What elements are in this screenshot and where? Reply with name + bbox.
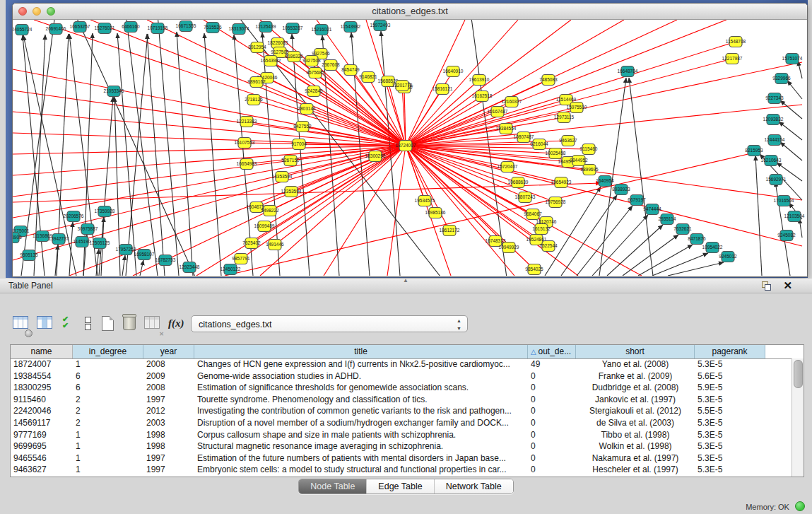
table-cell[interactable]: Dudbridge et al. (2008) [576, 382, 695, 394]
table-body[interactable]: 1872400712008Changes of HCN gene express… [11, 358, 792, 477]
delete-table-icon[interactable]: ✕ [144, 316, 161, 334]
table-header-row[interactable]: namein_degreeyeartitle△ out_de...shortpa… [11, 345, 804, 359]
table-cell[interactable]: 1 [73, 464, 143, 476]
table-cell[interactable]: 6 [73, 382, 143, 394]
table-cell[interactable]: 2008 [143, 382, 194, 394]
table-row[interactable]: 1456911722003Disruption of a novel membe… [11, 417, 792, 429]
table-cell[interactable]: 5.3E-5 [695, 358, 765, 370]
table-cell[interactable]: 0 [528, 464, 576, 476]
table-cell[interactable]: Structural magnetic resonance image aver… [194, 440, 528, 452]
table-row[interactable]: 1830029562008Estimation of significance … [11, 382, 792, 394]
citation-network-graph[interactable]: 2405572420691406106532571527602164661601… [13, 20, 806, 276]
table-cell[interactable]: 19384554 [11, 370, 73, 382]
table-cell[interactable]: 1997 [143, 452, 194, 465]
table-cell[interactable]: Estimation of the future numbers of pati… [194, 452, 528, 465]
table-cell[interactable]: Corpus callosum shape and size in male p… [194, 429, 528, 441]
table-cell[interactable]: Disruption of a novel member of a sodium… [194, 417, 528, 429]
table-cell[interactable]: 1997 [143, 394, 194, 406]
table-panel-header[interactable]: ▲ Table Panel ✕ [0, 279, 812, 293]
row-height-icon[interactable] [85, 316, 102, 334]
table-cell[interactable]: Yano et al. (2008) [576, 358, 695, 370]
float-panel-icon[interactable] [762, 281, 771, 290]
table-cell[interactable]: 2012 [143, 405, 194, 417]
table-row[interactable]: 1938455462009Genome-wide association stu… [11, 370, 792, 382]
table-row[interactable]: 911546021997Tourette syndrome. Phenomeno… [11, 394, 792, 406]
table-cell[interactable]: 0 [528, 417, 576, 429]
table-selector-dropdown[interactable]: citations_edges.txt ▲▼ [191, 315, 468, 332]
table-cell[interactable]: 9465546 [11, 452, 73, 465]
column-header-short[interactable]: short [576, 345, 695, 358]
table-cell[interactable]: Embryonic stem cells: a model to study s… [194, 464, 528, 476]
table-cell[interactable]: 9699695 [11, 440, 73, 452]
tab-edge-table[interactable]: Edge Table [367, 479, 434, 493]
column-header-name[interactable]: name [11, 345, 73, 358]
table-cell[interactable]: Jankovic et al. (1997) [576, 394, 695, 406]
table-cell[interactable]: 5.9E-5 [695, 382, 765, 394]
table-cell[interactable]: Genome-wide association studies in ADHD. [194, 370, 528, 382]
table-cell[interactable]: 1 [73, 429, 143, 441]
panel-resize-handle[interactable]: ▲ [403, 277, 408, 284]
table-cell[interactable]: 1998 [143, 440, 194, 452]
table-cell[interactable]: 6 [73, 370, 143, 382]
table-row[interactable]: 1872400712008Changes of HCN gene express… [11, 358, 792, 370]
column-header-in-degree[interactable]: in_degree [73, 345, 143, 358]
table-cell[interactable]: 0 [528, 382, 576, 394]
table-cell[interactable]: 1 [73, 452, 143, 465]
column-header-title[interactable]: title [194, 345, 528, 358]
table-cell[interactable]: 18300295 [11, 382, 73, 394]
table-cell[interactable]: 2008 [143, 358, 194, 370]
table-cell[interactable]: 5.3E-5 [695, 440, 765, 452]
table-cell[interactable]: 5.3E-5 [695, 429, 765, 441]
table-cell[interactable]: 9463627 [11, 464, 73, 476]
table-cell[interactable]: Wolkin et al. (1998) [576, 440, 695, 452]
column-header-year[interactable]: year [143, 345, 194, 358]
table-cell[interactable]: 5.3E-5 [695, 464, 765, 476]
table-cell[interactable]: de Silva et al. (2003) [576, 417, 695, 429]
table-cell[interactable]: 5.5E-5 [695, 405, 765, 417]
table-cell[interactable]: Tibbo et al. (1998) [576, 429, 695, 441]
table-cell[interactable]: 0 [528, 405, 576, 417]
close-panel-icon[interactable]: ✕ [783, 279, 792, 292]
table-cell[interactable]: 1 [73, 440, 143, 452]
table-cell[interactable]: 2 [73, 417, 143, 429]
table-row[interactable]: 969969511998Structural magnetic resonanc… [11, 440, 792, 452]
table-cell[interactable]: 1 [73, 358, 143, 370]
table-tabs[interactable]: Node TableEdge TableNetwork Table [298, 479, 513, 494]
table-cell[interactable]: 9777169 [11, 429, 73, 441]
table-cell[interactable]: 18724007 [11, 358, 73, 370]
select-rows-icon[interactable]: ✔✔ [62, 316, 79, 334]
table-cell[interactable]: Nakamura et al. (1997) [576, 452, 695, 465]
table-cell[interactable]: 0 [528, 452, 576, 465]
table-cell[interactable]: 0 [528, 429, 576, 441]
table-row[interactable]: 2242004622012Investigating the contribut… [11, 405, 792, 417]
table-cell[interactable]: 9115460 [11, 394, 73, 406]
vertical-scrollbar[interactable] [792, 358, 804, 477]
column-header-pagerank[interactable]: pagerank [695, 345, 765, 358]
table-cell[interactable]: 0 [528, 440, 576, 452]
tab-node-table[interactable]: Node Table [299, 479, 367, 493]
table-row[interactable]: 977716911998Corpus callosum shape and si… [11, 429, 792, 441]
graph-canvas[interactable]: 2405572420691406106532571527602164661601… [13, 20, 806, 276]
table-cell[interactable]: 5.6E-5 [695, 370, 765, 382]
table-row[interactable]: 946362711997Embryonic stem cells: a mode… [11, 464, 792, 476]
table-cell[interactable]: 2009 [143, 370, 194, 382]
new-file-icon[interactable] [102, 316, 119, 334]
tab-network-table[interactable]: Network Table [435, 479, 513, 493]
delete-icon[interactable] [123, 316, 140, 334]
table-cell[interactable]: Estimation of significance thresholds fo… [194, 382, 528, 394]
table-cell[interactable]: 22420046 [11, 405, 73, 417]
table-row[interactable]: 946554611997Estimation of the future num… [11, 452, 792, 465]
table-cell[interactable]: 2 [73, 405, 143, 417]
table-cell[interactable]: 0 [528, 370, 576, 382]
table-cell[interactable]: Stergiakouli et al. (2012) [576, 405, 695, 417]
table-cell[interactable]: Tourette syndrome. Phenomenology and cla… [194, 394, 528, 406]
table-cell[interactable]: Investigating the contribution of common… [194, 405, 528, 417]
window-titlebar[interactable]: citations_edges.txt [13, 4, 807, 20]
table-cell[interactable]: 2 [73, 394, 143, 406]
table-cell[interactable]: Hescheler et al. (1997) [576, 464, 695, 476]
table-cell[interactable]: Changes of HCN gene expression and I(f) … [194, 358, 528, 370]
table-settings-icon[interactable] [13, 316, 30, 334]
table-column-icon[interactable] [37, 316, 54, 334]
scrollbar-thumb[interactable] [794, 360, 803, 388]
table-cell[interactable]: 49 [528, 358, 576, 370]
